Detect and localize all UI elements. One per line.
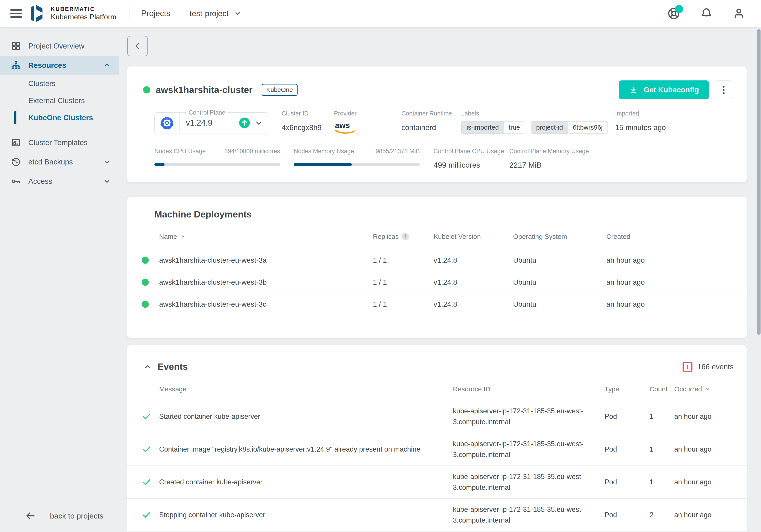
event-resource-id: kube-apiserver-ip-172-31-185-35.eu-west-… (453, 433, 605, 465)
chevron-down-icon (103, 158, 111, 166)
column-count: Count (650, 385, 674, 393)
sidebar-label: External Clusters (28, 96, 85, 105)
event-message: Created container kube-apiserver (159, 472, 453, 493)
table-row[interactable]: Node ip-172-31-183-132.eu-west-3.compute… (127, 531, 747, 532)
kubernetes-icon (155, 113, 180, 133)
imported-value: 15 minutes ago (615, 123, 666, 132)
notifications-button[interactable] (700, 7, 713, 20)
nodes-memory-usage: Nodes Memory Usage 9855/21378 MiB (294, 148, 420, 166)
success-check-icon (142, 444, 159, 454)
md-created: an hour ago (606, 256, 747, 264)
label-value: 6ttbwrs96j (568, 122, 608, 133)
control-plane-version-select[interactable]: Control Plane v1.24.9 (154, 112, 268, 133)
label-chip: is-imported true (461, 121, 525, 134)
warning-icon: ! (682, 362, 692, 372)
sidebar-item-external-clusters[interactable]: External Clusters (0, 92, 119, 109)
md-created: an hour ago (606, 300, 747, 308)
node-status-dot (142, 300, 149, 308)
upgrade-available-icon[interactable] (239, 117, 250, 129)
success-check-icon (142, 411, 159, 421)
table-row[interactable]: Started container kube-apiserver kube-ap… (127, 400, 747, 433)
md-os: Ubuntu (513, 278, 606, 287)
project-selector-value: test-project (190, 9, 229, 18)
success-check-icon (142, 477, 159, 487)
sidebar-item-kubeone-clusters[interactable]: KubeOne Clusters (0, 109, 119, 126)
back-to-projects-link[interactable]: back to projects (0, 510, 103, 522)
table-row[interactable]: Container image "registry.k8s.io/kube-ap… (127, 433, 747, 465)
event-message: Stopping container kube-apiserver (159, 505, 453, 525)
sidebar-item-clusters[interactable]: Clusters (0, 75, 119, 92)
chevron-down-icon (255, 119, 263, 127)
user-menu-button[interactable] (732, 7, 745, 20)
md-name: awsk1harshita-cluster-eu-west-3b (159, 278, 373, 287)
nodes-cpu-label: Nodes CPU Usage (154, 148, 205, 155)
control-plane-version: v1.24.9 (186, 118, 212, 128)
sidebar-label: KubeOne Clusters (28, 113, 93, 122)
table-row[interactable]: awsk1harshita-cluster-eu-west-3c 1 / 1 v… (127, 293, 747, 315)
md-created: an hour ago (606, 278, 747, 287)
scrollbar-thumb[interactable] (757, 29, 761, 335)
table-row[interactable]: awsk1harshita-cluster-eu-west-3a 1 / 1 v… (127, 249, 747, 271)
sidebar-item-access[interactable]: Access (0, 172, 119, 191)
events-card: Events ! 166 events Message Resource ID … (127, 345, 747, 532)
nodes-cpu-usage: Nodes CPU Usage 894/10800 millicores (154, 148, 280, 166)
md-kubelet: v1.24.8 (434, 278, 513, 287)
cluster-actions-button[interactable] (715, 80, 732, 99)
control-plane-memory-usage: Control Plane Memory Usage 2217 MiB (509, 148, 589, 169)
bell-icon (700, 7, 713, 20)
event-occurred: an hour ago (674, 445, 747, 453)
machine-deployments-card: Machine Deployments Name Replicas i Kube… (127, 196, 747, 338)
nav-projects-link[interactable]: Projects (141, 9, 170, 18)
sidebar-item-etcd-backups[interactable]: etcd Backups (0, 152, 119, 172)
brand-subtitle: Kubernetes Platform (51, 13, 116, 21)
sidebar-item-cluster-templates[interactable]: Cluster Templates (0, 133, 119, 152)
chevron-up-icon (103, 62, 111, 69)
sidebar-label: Access (28, 177, 52, 186)
brand-logo: KUBERMATIC Kubernetes Platform (30, 5, 116, 23)
events-count-label: 166 events (697, 363, 733, 371)
column-name[interactable]: Name (159, 233, 373, 240)
sitemap-icon (11, 60, 21, 70)
progress-track (154, 163, 280, 166)
event-message: Container image "registry.k8s.io/kube-ap… (159, 439, 453, 460)
collapse-chevron-icon[interactable] (144, 363, 152, 371)
scrollbar[interactable] (757, 27, 761, 532)
table-row[interactable]: Created container kube-apiserver kube-ap… (127, 465, 747, 498)
get-kubeconfig-button[interactable]: Get Kubeconfig (619, 80, 709, 99)
event-message: Started container kube-apiserver (159, 406, 453, 427)
table-row[interactable]: awsk1harshita-cluster-eu-west-3b 1 / 1 v… (127, 271, 747, 293)
control-plane-cpu-usage: Control Plane CPU Usage 499 millicores (434, 148, 504, 169)
info-icon[interactable]: i (401, 233, 409, 240)
column-occurred[interactable]: Occurred (674, 385, 747, 393)
control-plane-label: Control Plane (186, 109, 228, 116)
back-button[interactable] (127, 36, 148, 56)
kubermatic-logo-icon (30, 5, 46, 23)
help-button[interactable] (667, 7, 680, 20)
project-selector[interactable]: test-project (190, 9, 242, 18)
header-divider (129, 7, 130, 21)
labels-label: Labels (461, 110, 608, 117)
provider-label: Provider (334, 110, 359, 117)
container-runtime-label: Container Runtime (401, 110, 452, 117)
chevron-down-icon (234, 10, 242, 17)
sidebar-item-project-overview[interactable]: Project Overview (0, 36, 119, 56)
sidebar-item-resources[interactable]: Resources (0, 56, 119, 75)
cp-memory-label: Control Plane Memory Usage (509, 148, 589, 155)
event-count: 2 (650, 511, 674, 519)
events-count: ! 166 events (682, 362, 733, 372)
column-created: Created (606, 233, 747, 240)
progress-fill (154, 163, 164, 166)
active-indicator (14, 111, 17, 124)
label-chip: project-id 6ttbwrs96j (531, 121, 608, 134)
notification-dot (675, 5, 683, 13)
table-row[interactable]: Stopping container kube-apiserver kube-a… (127, 498, 747, 531)
event-type: Pod (605, 445, 650, 453)
hamburger-menu-icon[interactable] (10, 9, 22, 18)
event-occurred: an hour ago (674, 478, 747, 486)
event-resource-id: kube-apiserver-ip-172-31-185-35.eu-west-… (453, 466, 605, 498)
label-value: true (504, 122, 525, 133)
sidebar: Project Overview Resources Clusters Exte (0, 27, 119, 532)
nodes-cpu-value: 894/10800 millicores (224, 148, 280, 155)
column-message: Message (159, 385, 453, 393)
grid-icon (11, 41, 21, 51)
